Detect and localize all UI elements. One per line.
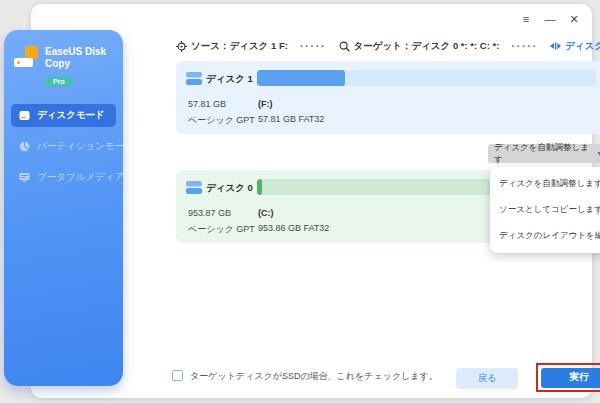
disk-size: 953.87 GB: [188, 208, 231, 218]
dots-separator: ·····: [511, 41, 538, 52]
adjust-mode-select[interactable]: ディスクを自動調整します ▼: [488, 144, 600, 163]
disk-icon: [186, 71, 202, 89]
highlight-annotation-box: 実行: [536, 363, 600, 392]
ssd-checkbox[interactable]: [172, 370, 183, 381]
adjust-mode-dropdown-menu: ディスクを自動調整します ソースとしてコピーします ディスクのレイアウトを編集し…: [490, 167, 600, 253]
sidebar-item-label: ディスクモード: [37, 109, 105, 122]
chevron-down-icon: ▼: [596, 150, 600, 157]
back-button[interactable]: 戻る: [456, 368, 518, 389]
app-logo-row: EaseUS Disk Copy Pro: [4, 30, 123, 88]
ssd-checkbox-label: ターゲットディスクがSSDの場合、これをチェックします。: [190, 370, 438, 383]
drive-letter: (F:): [258, 99, 273, 109]
capacity-bar: [257, 70, 596, 86]
disk-type: ベーシック GPT: [188, 223, 255, 236]
close-icon[interactable]: ✕: [566, 12, 582, 26]
target-step: ターゲット：ディスク 0 *: *: C: *:: [339, 40, 500, 53]
disk-icon: [186, 180, 202, 198]
sidebar-item-label: ブータブルメディア: [37, 171, 124, 184]
partition-info: 57.81 GB FAT32: [258, 114, 324, 124]
disk-name: ディスク 1: [206, 73, 253, 86]
selected-option-label: ディスクを自動調整します: [494, 142, 596, 166]
source-step: ソース：ディスク 1 F:: [176, 40, 288, 53]
sidebar-menu: ディスクモード パーティションモード ブータブルメディア: [4, 104, 123, 189]
sidebar-item-label: パーティションモード: [37, 140, 134, 153]
sidebar: EaseUS Disk Copy Pro ディスクモード パーティションモード: [4, 30, 123, 386]
dropdown-option-autofit[interactable]: ディスクを自動調整します: [490, 171, 600, 197]
disk-mode-icon: [19, 110, 30, 121]
dropdown-option-copy-as-source[interactable]: ソースとしてコピーします: [490, 197, 600, 223]
sidebar-item-partition-mode[interactable]: パーティションモード: [11, 135, 116, 158]
disk-size: 57.81 GB: [188, 99, 226, 109]
dropdown-option-edit-layout[interactable]: ディスクのレイアウトを編集します: [490, 223, 600, 249]
target-label: ターゲット：ディスク 0 *: *: C: *:: [354, 40, 500, 53]
crosshair-target-icon: [176, 41, 187, 52]
disk-layout-link[interactable]: ディスクレイアウト: [550, 40, 600, 53]
partition-info: 953.86 GB FAT32: [258, 223, 329, 233]
disk-layout-label: ディスクレイアウト: [565, 40, 600, 53]
execute-button[interactable]: 実行: [541, 368, 600, 388]
sidebar-item-bootable-media[interactable]: ブータブルメディア: [11, 166, 116, 189]
menu-icon[interactable]: ≡: [518, 12, 534, 26]
app-logo-icon: [14, 46, 38, 68]
source-disk-card[interactable]: ディスク 1 57.81 GB (F:) ベーシック GPT 57.81 GB …: [176, 61, 600, 134]
source-label: ソース：ディスク 1 F:: [191, 40, 288, 53]
drive-letter: (C:): [258, 208, 274, 218]
dots-separator: ·····: [300, 41, 327, 52]
minimize-icon[interactable]: —: [542, 12, 558, 26]
disk-name: ディスク 0: [206, 182, 253, 195]
bootable-media-icon: [19, 172, 30, 183]
partition-mode-icon: [19, 141, 30, 152]
disk-type: ベーシック GPT: [188, 114, 255, 127]
app-title: EaseUS Disk Copy: [45, 46, 115, 70]
app-screenshot: ≡ — ✕ ソース：ディスク 1 F: ····· ターゲット：ディスク 0 *…: [0, 0, 600, 403]
step-header: ソース：ディスク 1 F: ····· ターゲット：ディスク 0 *: *: C…: [176, 37, 578, 55]
sidebar-item-disk-mode[interactable]: ディスクモード: [11, 104, 116, 127]
capacity-bar-fill: [257, 179, 262, 195]
capacity-bar-fill: [257, 70, 345, 86]
disk-layout-icon: [550, 41, 561, 51]
magnifier-disk-icon: [339, 41, 350, 52]
window-controls: ≡ — ✕: [518, 12, 582, 26]
pro-badge: Pro: [45, 77, 73, 86]
